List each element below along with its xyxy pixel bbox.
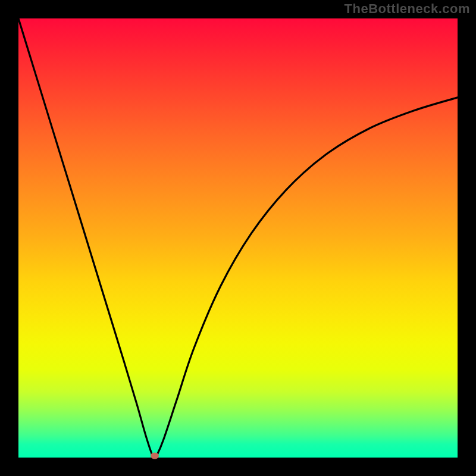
bottleneck-curve <box>18 18 458 458</box>
curve-path <box>18 18 458 458</box>
chart-frame: TheBottleneck.com <box>0 0 476 476</box>
watermark-text: TheBottleneck.com <box>345 1 470 17</box>
optimal-point-marker <box>151 453 159 459</box>
plot-area <box>18 18 458 458</box>
